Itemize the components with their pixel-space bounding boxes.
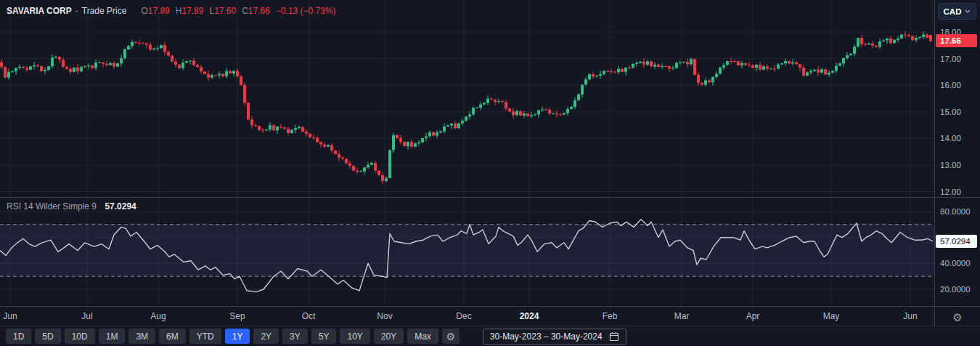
range-button-3y[interactable]: 3Y xyxy=(282,329,308,344)
scale-settings-gear-icon[interactable]: ⚙ xyxy=(947,310,968,325)
range-button-2y[interactable]: 2Y xyxy=(253,329,279,344)
range-button-20y[interactable]: 20Y xyxy=(374,329,404,344)
range-button-ytd[interactable]: YTD xyxy=(189,329,221,344)
time-axis-label: Dec xyxy=(456,311,471,321)
time-axis-label: Mar xyxy=(674,311,690,321)
price-axis-label: 14.00 xyxy=(940,132,961,144)
instrument-legend: SAVARIA CORP-Trade PriceO17.89H17.89L17.… xyxy=(7,5,336,17)
time-axis-label: Jun xyxy=(903,311,917,321)
range-button-max[interactable]: Max xyxy=(407,329,438,344)
range-button-6m[interactable]: 6M xyxy=(159,329,186,344)
range-button-5d[interactable]: 5D xyxy=(35,329,60,344)
rsi-value-badge: 57.0294 xyxy=(936,235,977,248)
last-price-badge: 17.66 xyxy=(936,34,977,47)
time-axis-label: Apr xyxy=(746,311,760,321)
rsi-indicator-name: RSI 14 Wilder Simple 9 xyxy=(7,201,97,212)
price-scale[interactable]: CAD 18.0017.0016.0015.0014.0013.0012.008… xyxy=(935,0,980,306)
price-axis-label: 12.00 xyxy=(940,186,961,198)
legend-separator: - xyxy=(75,6,78,16)
range-button-10d[interactable]: 10D xyxy=(65,329,95,344)
chevron-down-icon xyxy=(965,9,971,13)
rsi-axis-label: 20.0000 xyxy=(940,283,971,295)
range-button-5y[interactable]: 5Y xyxy=(311,329,337,344)
time-axis-label: May xyxy=(823,311,840,321)
close-value: 17.66 xyxy=(248,6,270,16)
price-axis-label: 16.00 xyxy=(940,79,961,91)
time-axis-label: 2024 xyxy=(520,311,539,321)
chart-application: SAVARIA CORP-Trade PriceO17.89H17.89L17.… xyxy=(0,0,980,346)
symbol-name: SAVARIA CORP xyxy=(7,6,72,16)
high-value: 17.89 xyxy=(181,6,203,16)
pane-divider[interactable] xyxy=(0,197,980,198)
rsi-legend: RSI 14 Wilder Simple 9 57.0294 xyxy=(7,201,136,212)
range-button-3m[interactable]: 3M xyxy=(128,329,155,344)
rsi-indicator-pane[interactable] xyxy=(0,198,934,306)
time-axis-label: Aug xyxy=(150,311,166,321)
rsi-current-value: 57.0294 xyxy=(105,201,136,212)
calendar-icon xyxy=(609,331,619,342)
currency-dropdown[interactable]: CAD xyxy=(938,3,976,20)
rsi-axis-label: 80.0000 xyxy=(940,206,971,217)
range-button-10y[interactable]: 10Y xyxy=(340,329,369,344)
rsi-axis-label: 40.0000 xyxy=(940,257,971,269)
close-label: C xyxy=(242,6,248,16)
price-candlestick-pane[interactable] xyxy=(0,0,934,197)
low-value: 17.60 xyxy=(214,6,236,16)
change-value: −0.13 (−0.73%) xyxy=(276,6,336,16)
time-axis-label: Feb xyxy=(603,311,618,321)
open-label: O xyxy=(141,6,147,16)
range-button-1d[interactable]: 1D xyxy=(6,329,31,344)
open-value: 17.89 xyxy=(148,6,170,16)
time-axis-label: Sep xyxy=(229,311,245,321)
range-button-1m[interactable]: 1M xyxy=(99,329,126,344)
price-axis-label: 13.00 xyxy=(940,159,961,171)
range-button-1y[interactable]: 1Y xyxy=(225,329,250,344)
interval-settings-gear-icon[interactable]: ⚙ xyxy=(442,329,460,344)
time-axis-label: Jul xyxy=(81,311,92,321)
date-range-picker[interactable]: 30-May-2023 – 30-May-2024 xyxy=(483,329,626,345)
currency-label: CAD xyxy=(944,7,962,16)
range-toolbar: 1D5D10D1M3M6MYTD1Y2Y3Y5Y10Y20YMax ⚙ 30-M… xyxy=(0,326,980,346)
time-axis-label: Nov xyxy=(377,311,392,321)
date-range-text: 30-May-2023 – 30-May-2024 xyxy=(490,331,603,342)
series-name: Trade Price xyxy=(82,6,127,16)
price-axis-label: 15.00 xyxy=(940,106,961,118)
time-scale[interactable]: JunJulAugSepOctNovDec2024FebMarAprMayJun xyxy=(0,307,934,326)
price-axis-label: 17.00 xyxy=(940,53,961,65)
range-buttons-group: 1D5D10D1M3M6MYTD1Y2Y3Y5Y10Y20YMax xyxy=(6,329,438,344)
time-axis-label: Oct xyxy=(302,311,316,321)
time-axis-label: Jun xyxy=(3,311,17,321)
